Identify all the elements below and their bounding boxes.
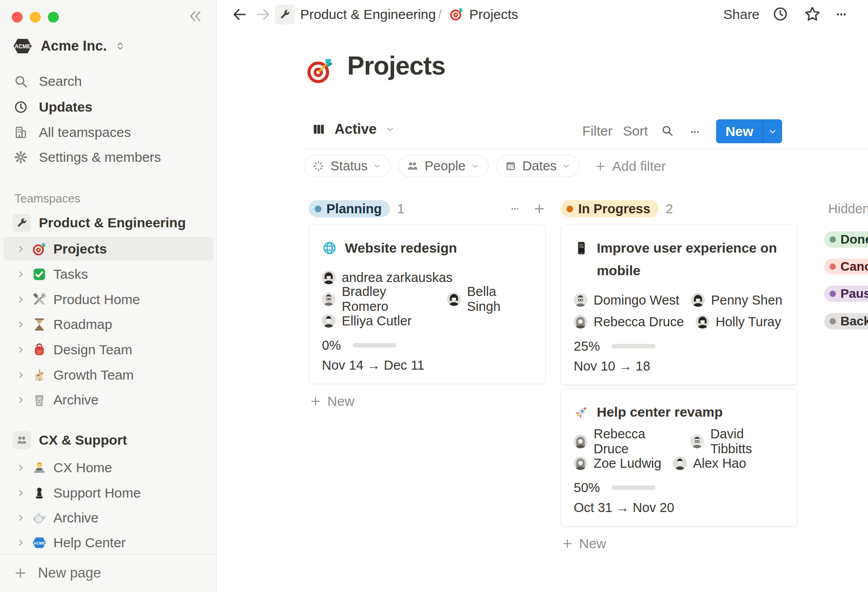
chevron-right-icon xyxy=(16,463,25,472)
backpack-icon xyxy=(32,343,47,357)
new-page-button[interactable]: New page xyxy=(14,562,101,584)
view-tab-active[interactable]: Active xyxy=(312,121,395,137)
hidden-pill-canceled[interactable]: Canceled xyxy=(824,258,868,275)
add-filter-button[interactable]: Add filter xyxy=(594,159,665,174)
filter-chip-status[interactable]: Status xyxy=(304,155,391,177)
sidebar-item-archive-cx[interactable]: Archive xyxy=(4,506,213,530)
status-pill-in-progress[interactable]: In Progress xyxy=(561,200,659,217)
more-options-button[interactable] xyxy=(833,9,850,20)
sidebar-item-cx-home[interactable]: CX Home xyxy=(4,456,213,479)
breadcrumb-teamspace[interactable]: Product & Engineering xyxy=(300,7,436,22)
sidebar-divider xyxy=(0,554,217,554)
new-button-label[interactable]: New xyxy=(716,119,763,143)
main-content: Product & Engineering / Projects Share P… xyxy=(217,0,868,592)
chevrons-left-icon xyxy=(188,9,203,24)
sidebar-item-growth-team[interactable]: Growth Team xyxy=(4,363,213,387)
svg-text:ACME: ACME xyxy=(14,43,30,50)
card-title-row: Website redesign xyxy=(322,237,533,259)
teapot-icon xyxy=(32,511,47,525)
avatar xyxy=(690,435,704,448)
hidden-pill-done[interactable]: Done xyxy=(824,231,868,248)
board-column-planning: Planning 1 Website redesign andrea zarka… xyxy=(309,200,546,411)
card-dates: Oct 31 → Nov 20 xyxy=(574,500,784,515)
avatar xyxy=(322,314,335,328)
wastebasket-icon xyxy=(32,393,47,407)
plus-icon xyxy=(14,566,27,580)
avatar xyxy=(322,292,335,306)
sidebar-item-settings[interactable]: Settings & members xyxy=(14,147,161,167)
clock-icon xyxy=(772,6,788,22)
arrow-left-icon xyxy=(231,6,248,23)
nav-back-button[interactable] xyxy=(231,6,248,23)
card-dates: Nov 10 → 18 xyxy=(574,359,784,374)
hidden-columns-toggle[interactable]: Hidden columns xyxy=(828,202,868,216)
zoom-window-button[interactable] xyxy=(48,12,59,23)
page-icon-target xyxy=(306,56,335,85)
project-card-improve-ux-mobile[interactable]: Improve user experience on mobile Doming… xyxy=(561,225,797,385)
clock-icon xyxy=(14,100,28,114)
breadcrumb-teamspace-icon[interactable] xyxy=(275,5,295,24)
sidebar-item-all-teamspaces[interactable]: All teamspaces xyxy=(14,122,131,142)
building-icon xyxy=(14,125,28,140)
search-view-button[interactable] xyxy=(661,124,674,137)
status-burst-icon xyxy=(312,160,325,172)
sidebar-item-design-team[interactable]: Design Team xyxy=(4,338,213,362)
card-progress: 50% xyxy=(574,480,784,495)
project-card-help-center-revamp[interactable]: Help center revamp Rebecca Druce David T… xyxy=(561,389,797,526)
column-add-button[interactable] xyxy=(533,202,546,215)
sidebar-item-archive[interactable]: Archive xyxy=(4,388,213,412)
new-button-dropdown[interactable] xyxy=(763,119,782,143)
hidden-pill-backlog[interactable]: Backlog xyxy=(824,313,868,329)
plus-icon xyxy=(310,395,321,407)
chevron-right-icon xyxy=(16,489,25,498)
status-pill-planning[interactable]: Planning xyxy=(309,200,390,217)
avatar xyxy=(574,435,587,448)
calendar-icon xyxy=(505,160,517,172)
hidden-pill-paused[interactable]: Paused xyxy=(824,286,868,302)
hourglass-icon xyxy=(32,317,47,332)
ellipsis-icon xyxy=(508,204,522,213)
sidebar-item-projects[interactable]: Projects xyxy=(4,237,213,261)
window-controls xyxy=(12,12,59,23)
filter-chip-people[interactable]: People xyxy=(398,155,488,177)
filter-chip-dates[interactable]: Dates xyxy=(496,155,580,177)
breadcrumb-page[interactable]: Projects xyxy=(469,7,518,22)
project-card-website-redesign[interactable]: Website redesign andrea zarkauskas Bradl… xyxy=(309,225,546,384)
add-card-button[interactable]: New xyxy=(561,534,606,554)
view-more-options-button[interactable] xyxy=(687,127,703,137)
check-icon xyxy=(32,267,47,282)
status-dot xyxy=(830,263,836,270)
sidebar-item-search[interactable]: Search xyxy=(14,71,82,91)
sidebar-item-product-home[interactable]: Product Home xyxy=(4,287,213,311)
gear-icon xyxy=(14,150,28,164)
new-button: New xyxy=(716,119,782,143)
sidebar-item-tasks[interactable]: Tasks xyxy=(4,262,213,286)
plus-icon xyxy=(533,202,546,215)
history-button[interactable] xyxy=(772,6,788,22)
close-window-button[interactable] xyxy=(12,12,23,23)
sort-button[interactable]: Sort xyxy=(623,123,648,139)
people-icon xyxy=(406,160,419,172)
workspace-switcher[interactable]: ACME Acme Inc. xyxy=(13,38,126,54)
nav-forward-button[interactable] xyxy=(255,6,271,23)
column-more-button[interactable] xyxy=(508,204,522,213)
target-icon xyxy=(32,242,47,256)
card-progress: 25% xyxy=(574,339,784,353)
teamspace-product-engineering[interactable]: Product & Engineering xyxy=(13,211,186,234)
page-title[interactable]: Projects xyxy=(347,51,445,80)
sidebar-item-updates[interactable]: Updates xyxy=(14,97,92,117)
sidebar-item-support-home[interactable]: Support Home xyxy=(4,481,213,505)
add-card-button[interactable]: New xyxy=(309,391,354,411)
rocket-icon xyxy=(574,404,589,420)
card-title-row: Help center revamp xyxy=(574,401,784,423)
sidebar-item-roadmap[interactable]: Roadmap xyxy=(4,312,213,336)
favorite-button[interactable] xyxy=(804,5,821,23)
sidebar-collapse-button[interactable] xyxy=(185,6,205,26)
filter-button[interactable]: Filter xyxy=(582,123,613,139)
globe-icon xyxy=(322,240,337,256)
minimize-window-button[interactable] xyxy=(30,12,41,23)
teamspace-cx-support[interactable]: CX & Support xyxy=(13,429,127,451)
share-button[interactable]: Share xyxy=(723,7,760,22)
sidebar-item-help-center[interactable]: ACME Help Center xyxy=(4,531,213,554)
sidebar: ACME Acme Inc. Search Updates All teamsp… xyxy=(0,0,217,592)
